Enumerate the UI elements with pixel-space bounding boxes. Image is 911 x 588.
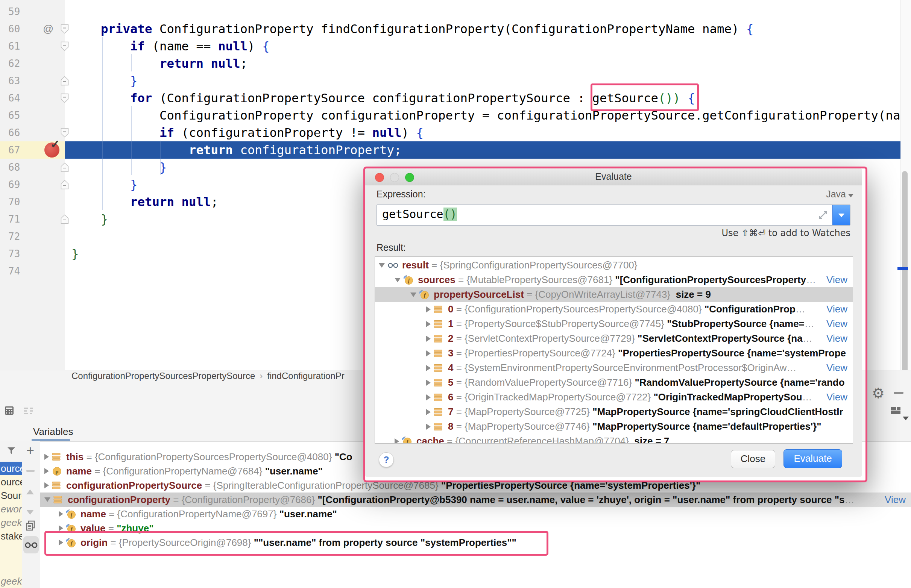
expand-arrow-icon[interactable] [395,438,399,444]
expand-arrow-icon[interactable] [426,351,431,356]
line-number[interactable]: 73 [8,245,20,262]
expand-arrow-icon[interactable] [44,482,49,488]
add-watch-icon[interactable]: + [26,445,34,456]
result-tree-row[interactable]: 6 = {OriginTrackedMapPropertySource@7722… [375,390,853,404]
expand-arrow-icon[interactable] [426,380,431,386]
result-tree-row[interactable]: 7 = {MapPropertySource@7725} "MapPropert… [375,404,853,419]
collapse-arrow-icon[interactable] [410,292,416,297]
truncation-ellipsis: … [806,274,816,286]
line-number[interactable]: 65 [8,107,20,124]
result-tree-row[interactable]: 8 = {MapPropertySource@7746} "MapPropert… [375,419,853,434]
expand-arrow-icon[interactable] [426,365,431,371]
variable-name: sources [418,274,455,286]
line-number[interactable]: 72 [8,228,20,245]
expand-arrow-icon[interactable] [426,306,431,312]
view-link[interactable]: View [826,362,848,374]
duplicate-icon[interactable] [26,520,36,532]
collapse-arrow-icon[interactable] [44,498,50,502]
frame-item[interactable]: geekb [0,575,22,588]
expand-arrow-icon[interactable] [44,454,49,460]
line-number[interactable]: 59 [8,3,20,20]
expand-arrow-icon[interactable] [426,424,431,430]
object-reference: {ConfigurationPropertyName@7697} [117,508,277,520]
frame-item[interactable]: Sourc [0,489,22,502]
view-link[interactable]: View [826,304,848,315]
frame-item[interactable]: stake [0,529,22,543]
field-icon: f [419,289,431,300]
expand-arrow-icon[interactable] [426,321,431,327]
expand-arrow-icon[interactable] [426,336,431,342]
expand-arrow-icon[interactable] [426,394,431,401]
result-tree-row[interactable]: 5 = {RandomValuePropertySource@7716} "Ra… [375,375,853,390]
expand-arrow-icon[interactable] [426,409,431,415]
line-number[interactable]: 64 [8,89,20,107]
expand-editor-icon[interactable] [818,210,828,222]
view-link[interactable]: View [826,318,848,330]
view-link[interactable]: View [826,274,848,286]
result-tree-row[interactable]: 1 = {PropertySource$StubPropertySource@7… [375,317,853,331]
line-number[interactable]: 68 [8,159,20,176]
result-tree-row[interactable]: fsources = {MutablePropertySources@7681}… [375,273,853,287]
frame-item[interactable]: ework [0,502,22,516]
list-icon [434,334,445,343]
line-number[interactable]: 60 [8,20,20,37]
result-tree-row[interactable]: 3 = {PropertiesPropertySource@7724} "Pro… [375,346,853,360]
variable-name: 6 [448,391,453,403]
view-link[interactable]: View [826,333,848,344]
line-number[interactable]: 71 [8,210,20,228]
line-number[interactable]: 70 [8,193,20,210]
collapse-arrow-icon[interactable] [379,263,385,268]
evaluate-button[interactable]: Evaluate [783,449,842,468]
object-reference: {OriginTrackedMapPropertySource@7722} [464,391,651,403]
result-tree-row[interactable]: 2 = {ServletContextPropertySource@7729} … [375,331,853,346]
value-text: "OriginTrackedMapPropertySou [651,391,802,403]
frame-item[interactable]: geek [0,516,22,529]
equals: = [170,494,182,506]
line-number[interactable]: 69 [8,176,20,193]
view-link[interactable]: View [826,391,848,403]
evaluate-expression-icon[interactable] [5,406,14,417]
list-icon [434,393,445,402]
move-up-icon[interactable] [26,489,34,494]
result-tree-row[interactable]: 0 = {ConfigurationPropertySourcesPropert… [375,302,853,317]
result-tree-row[interactable]: fcache = {ConcurrentReferenceHashMap@770… [375,434,853,444]
view-link[interactable]: View [885,494,906,506]
result-tree[interactable]: result = {SpringConfigurationPropertySou… [375,257,853,444]
language-selector[interactable]: Java [826,189,853,200]
variable-row[interactable]: configurationProperty = {ConfigurationPr… [40,493,911,507]
move-down-icon[interactable] [26,510,34,515]
variable-name: 4 [448,362,453,374]
svg-text:p: p [55,468,58,475]
expand-arrow-icon[interactable] [59,511,63,517]
frame-item[interactable]: ource [0,462,22,475]
evaluate-dialog[interactable]: Evaluate Expression: Java getSource() Us… [365,168,862,477]
object-reference: {MapPropertySource@7725} [464,406,590,418]
expand-arrow-icon[interactable] [44,468,49,474]
line-number[interactable]: 61 [8,37,20,55]
dialog-titlebar[interactable]: Evaluate [365,168,862,185]
compare-layout-icon[interactable] [23,407,34,417]
result-tree-row[interactable]: 4 = {SystemEnvironmentPropertySourceEnvi… [375,360,853,375]
help-button[interactable]: ? [379,452,394,467]
variable-row[interactable]: fname = {ConfigurationPropertyName@7697}… [40,507,911,521]
line-number[interactable]: 63 [8,72,20,89]
object-reference: {PropertiesPropertySource@7724} [464,347,615,359]
filter-funnel-icon[interactable] [7,447,16,456]
value-text: "user.name" [277,508,337,520]
line-number[interactable]: 66 [8,124,20,141]
result-tree-row[interactable]: result = {SpringConfigurationPropertySou… [375,258,853,273]
line-number[interactable]: 74 [8,262,20,280]
expression-input[interactable]: getSource() [377,205,850,226]
collapse-arrow-icon[interactable] [395,278,401,282]
object-reference: {RandomValuePropertySource@7716} [464,377,632,388]
line-number[interactable]: 67 [8,141,20,159]
result-tree-row[interactable]: fpropertySourceList = {CopyOnWriteArrayL… [375,287,853,302]
equals: = [453,318,464,330]
expression-history-dropdown-button[interactable] [832,205,850,225]
close-button[interactable]: Close [731,450,775,468]
frame-item[interactable]: ource [0,475,22,489]
line-number[interactable]: 62 [8,55,20,72]
value-text: "StubPropertySource {name= [664,318,804,330]
remove-watch-icon[interactable] [26,470,35,472]
expand-arrow-icon[interactable] [59,525,63,531]
